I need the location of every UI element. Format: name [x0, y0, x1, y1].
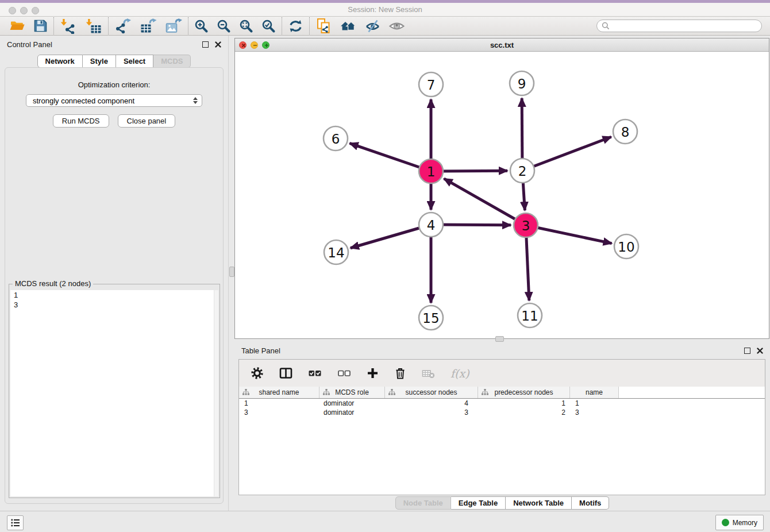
deselect-all-icon[interactable] — [337, 367, 351, 379]
memory-button[interactable]: Memory — [715, 515, 764, 530]
optimization-criterion-label: Optimization criterion: — [5, 80, 223, 89]
tab-select[interactable]: Select — [116, 55, 153, 68]
search-box[interactable] — [596, 20, 762, 32]
table-toolbar: f(x) — [239, 360, 765, 387]
tab-node-table[interactable]: Node Table — [395, 496, 451, 510]
network-canvas[interactable]: 7968124314101511 — [235, 52, 769, 339]
column-header-shared-name[interactable]: shared name — [239, 387, 319, 398]
panel-divider-handle[interactable] — [229, 267, 234, 277]
zoom-in-icon[interactable] — [194, 19, 209, 33]
graph-edge-3-1[interactable] — [444, 179, 526, 225]
table-body: 1dominator4113dominator323 — [239, 399, 765, 417]
close-panel-icon[interactable] — [215, 41, 221, 48]
hierarchy-icon — [388, 389, 395, 395]
column-header-label: MCDS role — [335, 388, 369, 396]
table-row[interactable]: 1dominator411 — [239, 399, 765, 408]
export-image-icon[interactable] — [165, 18, 182, 34]
zoom-out-icon[interactable] — [217, 19, 231, 33]
table-cell[interactable]: dominator — [319, 399, 385, 407]
zoom-selected-icon[interactable] — [261, 19, 276, 33]
graph-node-label: 11 — [521, 309, 538, 323]
criterion-select[interactable]: strongly connected component — [26, 94, 202, 107]
table-divider-handle[interactable] — [495, 336, 504, 342]
graph-node-label: 9 — [518, 76, 526, 91]
main-toolbar — [0, 17, 770, 36]
tab-mcds[interactable]: MCDS — [153, 55, 191, 68]
task-history-button[interactable] — [7, 515, 24, 530]
table-cell[interactable]: 3 — [570, 408, 619, 417]
search-icon — [602, 22, 610, 30]
table-cell[interactable]: dominator — [319, 408, 385, 417]
hierarchy-icon — [323, 389, 330, 395]
column-header-name[interactable]: name — [570, 387, 619, 398]
result-line: 1 — [10, 290, 218, 300]
tab-style[interactable]: Style — [83, 55, 116, 68]
refresh-icon[interactable] — [288, 19, 303, 33]
table-panel: Table Panel — [234, 342, 770, 511]
table-tabs: Node TableEdge TableNetwork TableMotifs — [234, 496, 770, 510]
toolbar-separator — [309, 17, 310, 34]
import-table-icon[interactable] — [85, 18, 102, 34]
column-header-MCDS-role[interactable]: MCDS role — [319, 387, 385, 398]
float-table-panel-icon[interactable] — [744, 348, 750, 354]
close-table-panel-icon[interactable] — [757, 348, 763, 354]
column-view-icon[interactable] — [279, 367, 292, 379]
network-window-titlebar[interactable]: scc.txt — [235, 38, 769, 52]
control-panel-title: Control Panel — [7, 40, 52, 49]
select-chevrons-icon — [193, 97, 198, 104]
float-panel-icon[interactable] — [202, 41, 209, 48]
table-cell[interactable]: 1 — [570, 399, 619, 407]
close-panel-button[interactable]: Close panel — [118, 114, 176, 128]
node-table: f(x) shared nameMCDS rolesuccessor nodes… — [238, 359, 765, 495]
table-cell[interactable]: 3 — [239, 408, 319, 417]
table-cell[interactable]: 1 — [478, 399, 570, 407]
table-cell[interactable]: 2 — [478, 408, 570, 417]
header-filler — [619, 387, 765, 398]
export-network-icon[interactable] — [114, 18, 132, 34]
graph-node-label: 15 — [422, 311, 439, 326]
graph-edge-2-8[interactable] — [522, 137, 611, 171]
mcds-result-groupbox: MCDS result (2 nodes) 13 — [9, 284, 220, 498]
control-panel-tabs: NetworkStyleSelectMCDS — [0, 55, 228, 68]
tab-network[interactable]: Network — [37, 55, 83, 68]
hierarchy-icon — [242, 389, 249, 395]
tab-network-table[interactable]: Network Table — [506, 496, 572, 510]
home-icon[interactable] — [340, 19, 357, 33]
graph-node-label: 14 — [328, 245, 344, 260]
table-row[interactable]: 3dominator323 — [239, 408, 765, 417]
column-header-predecessor-nodes[interactable]: predecessor nodes — [478, 387, 570, 398]
graph-edge-1-6[interactable] — [350, 143, 431, 171]
export-table-icon[interactable] — [140, 18, 157, 34]
zoom-fit-icon[interactable] — [239, 19, 253, 33]
open-folder-icon[interactable] — [9, 19, 25, 33]
status-bar: Memory — [0, 511, 770, 532]
result-scrollbar[interactable] — [214, 290, 218, 496]
clone-network-icon[interactable] — [315, 18, 332, 34]
memory-status-icon — [722, 519, 729, 526]
tab-motifs[interactable]: Motifs — [572, 496, 609, 510]
hide-panel-icon[interactable] — [365, 19, 380, 33]
column-header-successor-nodes[interactable]: successor nodes — [385, 387, 478, 398]
save-session-icon[interactable] — [33, 19, 48, 33]
column-header-label: predecessor nodes — [494, 388, 553, 396]
table-cell[interactable]: 1 — [239, 399, 319, 407]
toolbar-separator — [108, 17, 109, 34]
graph-node-label: 10 — [618, 240, 634, 255]
search-input[interactable] — [613, 21, 757, 30]
run-mcds-button[interactable]: Run MCDS — [53, 114, 109, 128]
gear-icon[interactable] — [251, 367, 264, 380]
titlebar: Session: New Session — [0, 3, 770, 17]
delete-column-icon[interactable] — [394, 367, 406, 380]
add-column-icon[interactable] — [367, 367, 379, 379]
graph-edge-3-10[interactable] — [526, 225, 612, 244]
select-all-icon[interactable] — [308, 367, 322, 379]
tab-edge-table[interactable]: Edge Table — [451, 496, 506, 510]
table-cell[interactable]: 3 — [385, 408, 478, 417]
graph-node-label: 6 — [332, 132, 340, 147]
table-cell[interactable]: 4 — [385, 399, 478, 407]
mcds-result-list[interactable]: 13 — [10, 290, 218, 496]
toolbar-separator — [53, 17, 54, 34]
show-panel-icon[interactable] — [388, 19, 405, 33]
control-panel: Control Panel NetworkStyleSelectMCDS Opt… — [0, 36, 228, 511]
import-network-icon[interactable] — [60, 18, 77, 34]
